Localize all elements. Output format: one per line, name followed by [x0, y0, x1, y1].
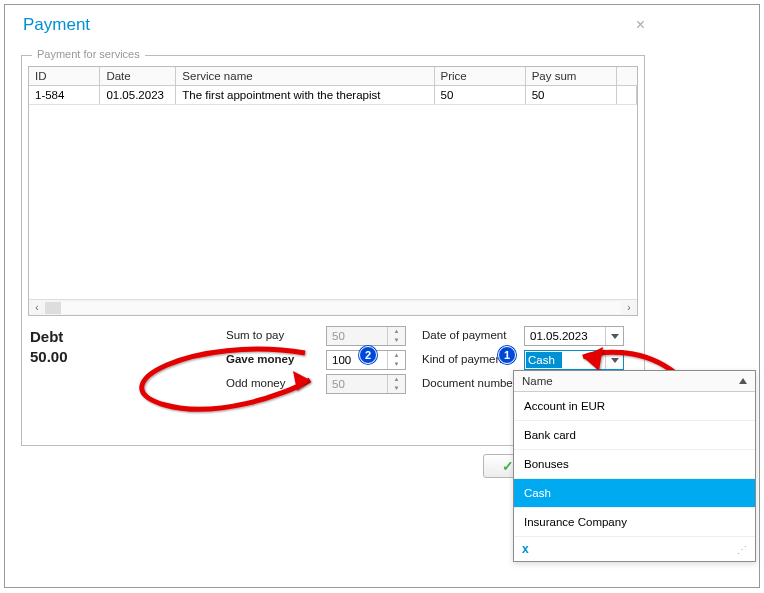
kind-of-payment-field[interactable] [524, 350, 624, 370]
col-header-extra [616, 67, 636, 86]
date-of-payment-field[interactable] [524, 326, 624, 346]
cell-price: 50 [434, 86, 525, 105]
scroll-right-icon[interactable]: › [621, 300, 637, 316]
scroll-track[interactable] [45, 302, 621, 314]
kind-of-payment-dropdown[interactable]: Name Account in EUR Bank card Bonuses Ca… [513, 370, 756, 562]
dropdown-item-account-eur[interactable]: Account in EUR [514, 392, 755, 421]
sum-to-pay-field: ▲▼ [326, 326, 406, 346]
dialog-title: Payment [23, 15, 90, 35]
dropdown-clear-button[interactable]: x [522, 542, 529, 556]
gave-money-input[interactable] [327, 351, 387, 369]
sum-to-pay-input [327, 327, 387, 345]
odd-money-label: Odd money [226, 377, 285, 389]
scroll-thumb[interactable] [45, 302, 61, 314]
spin-down-icon: ▼ [388, 336, 405, 345]
annotation-badge-1: 1 [498, 346, 516, 364]
kind-of-payment-input[interactable] [526, 352, 562, 368]
table-row[interactable]: 1-584 01.05.2023 The first appointment w… [29, 86, 637, 105]
cell-id: 1-584 [29, 86, 100, 105]
debt-value: 50.00 [30, 348, 68, 365]
fieldset-legend: Payment for services [32, 48, 145, 60]
scroll-left-icon[interactable]: ‹ [29, 300, 45, 316]
kind-dropdown-button[interactable] [605, 351, 623, 369]
col-header-pay-sum[interactable]: Pay sum [525, 67, 616, 86]
document-number-label: Document number [422, 377, 517, 389]
chevron-down-icon [611, 358, 619, 363]
col-header-service-name[interactable]: Service name [176, 67, 434, 86]
date-of-payment-input[interactable] [525, 327, 605, 345]
date-of-payment-label: Date of payment [422, 329, 506, 341]
kind-of-payment-label: Kind of payment [422, 353, 505, 365]
sum-to-pay-label: Sum to pay [226, 329, 284, 341]
debt-label: Debt [30, 328, 63, 345]
dropdown-header-label: Name [522, 375, 553, 387]
spin-down-icon[interactable]: ▼ [388, 360, 405, 369]
cell-service-name: The first appointment with the therapist [176, 86, 434, 105]
horizontal-scrollbar[interactable]: ‹ › [29, 299, 637, 315]
services-table: ID Date Service name Price Pay sum 1-584… [28, 66, 638, 316]
annotation-badge-2: 2 [359, 346, 377, 364]
col-header-date[interactable]: Date [100, 67, 176, 86]
odd-money-field: ▲▼ [326, 374, 406, 394]
dropdown-header[interactable]: Name [514, 371, 755, 392]
col-header-id[interactable]: ID [29, 67, 100, 86]
spin-up-icon: ▲ [388, 327, 405, 336]
spin-up-icon[interactable]: ▲ [388, 351, 405, 360]
odd-money-input [327, 375, 387, 393]
close-icon[interactable]: × [636, 16, 645, 34]
spin-up-icon: ▲ [388, 375, 405, 384]
dropdown-item-cash[interactable]: Cash [514, 479, 755, 508]
dropdown-item-insurance-company[interactable]: Insurance Company [514, 508, 755, 537]
spin-down-icon: ▼ [388, 384, 405, 393]
sort-asc-icon [739, 378, 747, 384]
resize-grip-icon[interactable]: ⋰ [737, 544, 747, 555]
cell-date: 01.05.2023 [100, 86, 176, 105]
col-header-price[interactable]: Price [434, 67, 525, 86]
dropdown-item-bank-card[interactable]: Bank card [514, 421, 755, 450]
cell-extra [616, 86, 636, 105]
chevron-down-icon [611, 334, 619, 339]
cell-pay-sum: 50 [525, 86, 616, 105]
dropdown-item-bonuses[interactable]: Bonuses [514, 450, 755, 479]
gave-money-label: Gave money [226, 353, 294, 365]
date-dropdown-button[interactable] [605, 327, 623, 345]
